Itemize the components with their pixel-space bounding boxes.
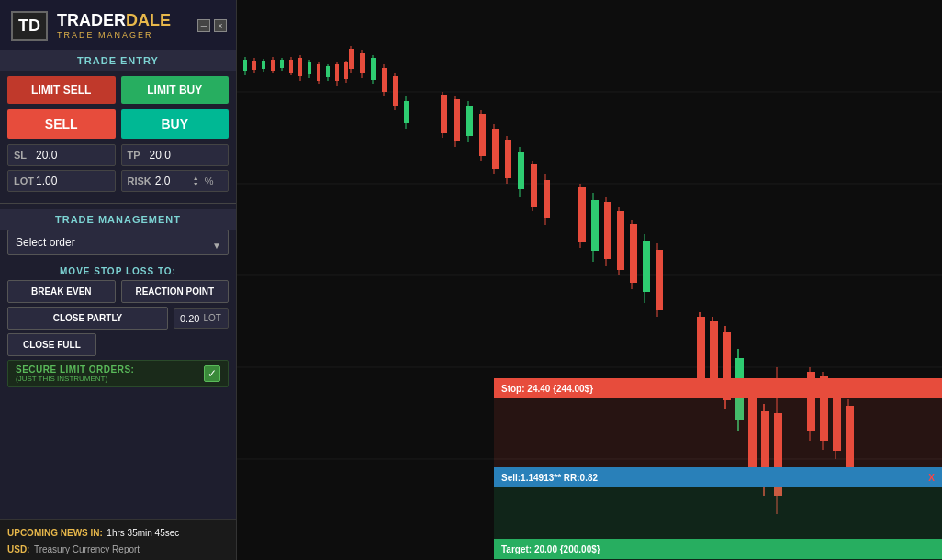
target-line: Target: 20.00 {200.00$} bbox=[494, 539, 942, 559]
logo-dale: DALE bbox=[126, 12, 171, 28]
svg-rect-63 bbox=[591, 200, 599, 251]
close-lot-value: 0.20 bbox=[180, 313, 199, 324]
sl-label: SL bbox=[14, 150, 32, 161]
svg-rect-25 bbox=[326, 66, 330, 77]
close-lot-label: LOT bbox=[203, 313, 220, 323]
tp-field: TP bbox=[121, 144, 230, 166]
risk-input[interactable] bbox=[155, 174, 187, 187]
svg-rect-65 bbox=[604, 202, 611, 259]
logo-td-text: TD bbox=[11, 11, 48, 41]
trade-entry-header: TRADE ENTRY bbox=[0, 50, 236, 71]
logo-area: TD TRADER DALE TRADE MANAGER ─ × bbox=[0, 0, 236, 50]
limit-sell-button[interactable]: LIMIT SELL bbox=[7, 76, 116, 104]
lot-input[interactable] bbox=[36, 174, 109, 187]
select-order-dropdown[interactable]: Select order bbox=[7, 230, 229, 255]
lot-risk-row: LOT RISK ▲ ▼ % bbox=[7, 170, 229, 192]
news-row-1: UPCOMING NEWS IN: 1hrs 35min 45sec bbox=[7, 523, 229, 540]
sell-line: Sell:1.14913** RR:0.82 X bbox=[494, 467, 942, 487]
svg-rect-47 bbox=[466, 106, 473, 136]
svg-rect-33 bbox=[360, 53, 365, 73]
svg-rect-43 bbox=[441, 95, 447, 133]
trade-management-section: Select order ▼ MOVE STOP LOSS TO: BREAK … bbox=[0, 230, 236, 397]
svg-rect-15 bbox=[280, 60, 284, 68]
reaction-point-button[interactable]: REACTION POINT bbox=[121, 280, 230, 303]
close-full-row: CLOSE FULL bbox=[7, 333, 229, 360]
limit-buttons-row: LIMIT SELL LIMIT BUY bbox=[7, 76, 229, 104]
svg-rect-51 bbox=[492, 129, 499, 169]
target-label: Target: 20.00 {200.00$} bbox=[501, 544, 600, 554]
secure-orders-row: SECURE LIMIT ORDERS: (JUST THIS INSTRUME… bbox=[7, 360, 229, 387]
logo-controls: ─ × bbox=[197, 19, 227, 32]
sl-tp-row: SL TP bbox=[7, 144, 229, 166]
close-button[interactable]: × bbox=[214, 19, 227, 32]
limit-buy-button[interactable]: LIMIT BUY bbox=[121, 76, 230, 104]
svg-rect-49 bbox=[479, 114, 486, 156]
svg-rect-35 bbox=[371, 58, 376, 80]
svg-rect-29 bbox=[344, 62, 348, 79]
svg-rect-37 bbox=[382, 68, 387, 92]
secure-orders-checkbox[interactable]: ✓ bbox=[204, 365, 220, 382]
logo-subtitle: TRADE MANAGER bbox=[57, 30, 171, 39]
stop-loss-buttons-row: BREAK EVEN REACTION POINT bbox=[7, 280, 229, 303]
svg-rect-71 bbox=[643, 241, 650, 292]
close-partly-button[interactable]: CLOSE PARTLY bbox=[7, 307, 168, 330]
svg-rect-19 bbox=[298, 58, 302, 76]
svg-rect-7 bbox=[243, 60, 247, 71]
secure-orders-text: SECURE LIMIT ORDERS: (JUST THIS INSTRUME… bbox=[16, 364, 134, 383]
secure-orders-label: SECURE LIMIT ORDERS: bbox=[16, 364, 134, 375]
lot-field: LOT bbox=[7, 170, 116, 192]
left-panel: TD TRADER DALE TRADE MANAGER ─ × TRADE E… bbox=[0, 0, 237, 560]
sell-buy-buttons-row: SELL BUY bbox=[7, 109, 229, 139]
svg-rect-57 bbox=[531, 164, 537, 207]
sell-button[interactable]: SELL bbox=[7, 109, 116, 139]
close-lot-field: 0.20 LOT bbox=[174, 308, 229, 329]
svg-rect-27 bbox=[335, 64, 339, 81]
news-currency: USD: bbox=[7, 544, 29, 554]
svg-rect-45 bbox=[454, 99, 460, 141]
logo-trader: TRADER bbox=[57, 12, 126, 28]
trade-management-header: TRADE MANAGEMENT bbox=[0, 209, 236, 230]
news-report: Treasury Currency Report bbox=[34, 544, 140, 554]
percent-sign: % bbox=[205, 175, 214, 186]
sell-close-button[interactable]: X bbox=[928, 473, 935, 483]
logo-icon: TD bbox=[9, 7, 50, 44]
sell-label: Sell:1.14913** RR:0.82 bbox=[501, 473, 598, 483]
news-timer: 1hrs 35min 45sec bbox=[107, 528, 179, 538]
tp-input[interactable] bbox=[150, 149, 223, 162]
svg-rect-39 bbox=[393, 76, 398, 106]
svg-rect-21 bbox=[308, 62, 311, 74]
news-row-2: USD: Treasury Currency Report bbox=[7, 540, 229, 556]
svg-rect-23 bbox=[317, 64, 320, 81]
break-even-button[interactable]: BREAK EVEN bbox=[7, 280, 116, 303]
sl-input[interactable] bbox=[36, 149, 109, 162]
svg-rect-69 bbox=[630, 224, 637, 283]
risk-up-icon[interactable]: ▲ bbox=[193, 174, 199, 181]
chart-area: Stop: 24.40 {244.00$} Sell:1.14913** RR:… bbox=[237, 0, 942, 560]
svg-rect-31 bbox=[349, 49, 354, 69]
upcoming-news-label: UPCOMING NEWS IN: bbox=[7, 528, 103, 538]
logo-text: TRADER DALE TRADE MANAGER bbox=[57, 12, 171, 39]
minimize-button[interactable]: ─ bbox=[197, 19, 210, 32]
svg-rect-55 bbox=[518, 152, 524, 189]
svg-rect-9 bbox=[252, 61, 256, 70]
svg-rect-61 bbox=[578, 187, 586, 242]
news-section: UPCOMING NEWS IN: 1hrs 35min 45sec USD: … bbox=[0, 519, 236, 560]
move-stop-label: MOVE STOP LOSS TO: bbox=[7, 266, 229, 276]
divider-1 bbox=[0, 203, 236, 204]
stop-label: Stop: 24.40 {244.00$} bbox=[501, 384, 593, 394]
risk-field: RISK ▲ ▼ % bbox=[121, 170, 230, 192]
lot-label: LOT bbox=[14, 175, 32, 186]
tp-label: TP bbox=[128, 150, 146, 161]
close-full-button[interactable]: CLOSE FULL bbox=[7, 333, 96, 356]
close-lot-row: CLOSE PARTLY 0.20 LOT bbox=[7, 307, 229, 330]
svg-rect-53 bbox=[505, 140, 511, 178]
trade-entry-section: LIMIT SELL LIMIT BUY SELL BUY SL TP LOT … bbox=[0, 71, 236, 197]
select-order-wrapper: Select order ▼ bbox=[7, 230, 229, 261]
buy-button[interactable]: BUY bbox=[121, 109, 230, 139]
secure-orders-sub: (JUST THIS INSTRUMENT) bbox=[16, 375, 134, 383]
stop-line: Stop: 24.40 {244.00$} bbox=[494, 378, 942, 398]
risk-stepper[interactable]: ▲ ▼ bbox=[193, 174, 199, 187]
svg-rect-13 bbox=[271, 60, 275, 71]
svg-rect-67 bbox=[617, 211, 624, 270]
risk-down-icon[interactable]: ▼ bbox=[193, 181, 199, 187]
